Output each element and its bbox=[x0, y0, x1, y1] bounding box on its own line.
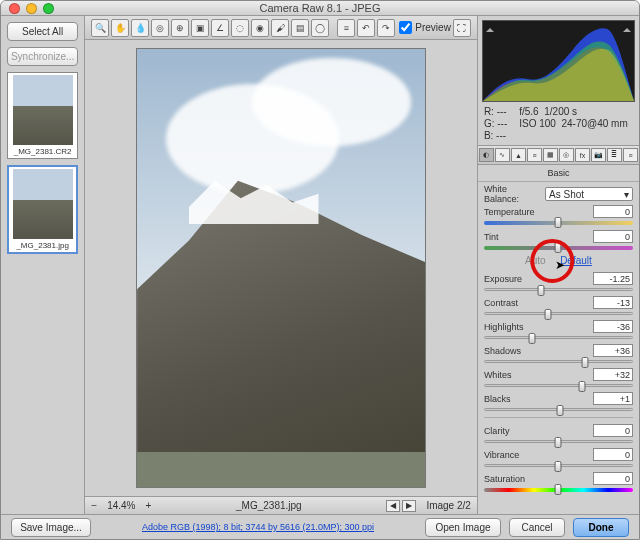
shadows-value[interactable]: +36 bbox=[593, 344, 633, 357]
next-image-icon[interactable]: ▶ bbox=[402, 500, 416, 512]
slider-thumb[interactable] bbox=[555, 461, 562, 472]
select-all-button[interactable]: Select All bbox=[7, 22, 78, 41]
saturation-track[interactable] bbox=[484, 488, 633, 492]
tab-detail-icon[interactable]: ▲ bbox=[511, 148, 526, 162]
status-bar: − 14.4% + _MG_2381.jpg ◀ ▶ Image 2/2 bbox=[85, 496, 477, 514]
shadow-clip-icon[interactable] bbox=[486, 24, 494, 32]
panel-menu-icon[interactable]: ≡ bbox=[623, 148, 638, 162]
exposure-value[interactable]: -1.25 bbox=[593, 272, 633, 285]
highlights-value[interactable]: -36 bbox=[593, 320, 633, 333]
fullscreen-toggle-icon[interactable]: ⛶ bbox=[453, 19, 471, 37]
open-image-button[interactable]: Open Image bbox=[425, 518, 501, 537]
temperature-value[interactable]: 0 bbox=[593, 205, 633, 218]
highlights-track[interactable] bbox=[484, 336, 633, 339]
default-link[interactable]: Default bbox=[554, 255, 598, 266]
workflow-options-link[interactable]: Adobe RGB (1998); 8 bit; 3744 by 5616 (2… bbox=[142, 522, 374, 532]
status-filename: _MG_2381.jpg bbox=[236, 500, 302, 511]
graduated-filter-tool-icon[interactable]: ▤ bbox=[291, 19, 309, 37]
saturation-value[interactable]: 0 bbox=[593, 472, 633, 485]
slider-thumb[interactable] bbox=[537, 285, 544, 296]
histogram[interactable] bbox=[482, 20, 635, 102]
tint-track[interactable] bbox=[484, 246, 633, 250]
blacks-track[interactable] bbox=[484, 408, 633, 411]
tab-basic-icon[interactable]: ◐ bbox=[479, 148, 494, 162]
blacks-value[interactable]: +1 bbox=[593, 392, 633, 405]
bottom-bar: Save Image... Adobe RGB (1998); 8 bit; 3… bbox=[1, 514, 639, 539]
synchronize-button: Synchronize... bbox=[7, 47, 78, 66]
cancel-button[interactable]: Cancel bbox=[509, 518, 565, 537]
thumbnail-image bbox=[13, 169, 73, 239]
rotate-ccw-icon[interactable]: ↶ bbox=[357, 19, 375, 37]
preview-label: Preview bbox=[415, 22, 451, 33]
temperature-track[interactable] bbox=[484, 221, 633, 225]
slider-thumb[interactable] bbox=[555, 437, 562, 448]
tab-lens-icon[interactable]: ◎ bbox=[559, 148, 574, 162]
done-button[interactable]: Done bbox=[573, 518, 629, 537]
white-balance-label: White Balance: bbox=[484, 184, 541, 204]
slider-thumb[interactable] bbox=[555, 242, 562, 253]
panel-title: Basic bbox=[478, 165, 639, 182]
exposure-slider: Exposure-1.25 bbox=[484, 272, 633, 291]
image-preview[interactable] bbox=[136, 48, 426, 488]
thumbnail-2[interactable]: _MG_2381.jpg bbox=[7, 165, 78, 254]
whites-value[interactable]: +32 bbox=[593, 368, 633, 381]
basic-panel-body: White Balance: As Shot ▾ Temperature0 Ti… bbox=[478, 182, 639, 514]
white-balance-tool-icon[interactable]: 💧 bbox=[131, 19, 149, 37]
slider-thumb[interactable] bbox=[528, 333, 535, 344]
vibrance-track[interactable] bbox=[484, 464, 633, 467]
save-image-button[interactable]: Save Image... bbox=[11, 518, 91, 537]
straighten-tool-icon[interactable]: ∠ bbox=[211, 19, 229, 37]
contrast-track[interactable] bbox=[484, 312, 633, 315]
zoom-in-icon[interactable]: + bbox=[146, 500, 152, 511]
prefs-tool-icon[interactable]: ≡ bbox=[337, 19, 355, 37]
crop-tool-icon[interactable]: ▣ bbox=[191, 19, 209, 37]
highlight-clip-icon[interactable] bbox=[623, 24, 631, 32]
thumbnail-1[interactable]: _MG_2381.CR2 bbox=[7, 72, 78, 159]
radial-filter-tool-icon[interactable]: ◯ bbox=[311, 19, 329, 37]
slider-thumb[interactable] bbox=[555, 484, 562, 495]
adjustment-brush-tool-icon[interactable]: 🖌 bbox=[271, 19, 289, 37]
slider-thumb[interactable] bbox=[581, 357, 588, 368]
slider-thumb[interactable] bbox=[555, 217, 562, 228]
target-adjust-tool-icon[interactable]: ⊕ bbox=[171, 19, 189, 37]
contrast-value[interactable]: -13 bbox=[593, 296, 633, 309]
zoom-level[interactable]: 14.4% bbox=[107, 500, 135, 511]
readout-b: B: --- bbox=[484, 130, 507, 141]
redeye-tool-icon[interactable]: ◉ bbox=[251, 19, 269, 37]
tab-curve-icon[interactable]: ∿ bbox=[495, 148, 510, 162]
vibrance-value[interactable]: 0 bbox=[593, 448, 633, 461]
rotate-cw-icon[interactable]: ↷ bbox=[377, 19, 395, 37]
tab-split-icon[interactable]: ▦ bbox=[543, 148, 558, 162]
zoom-tool-icon[interactable]: 🔍 bbox=[91, 19, 109, 37]
tab-camera-icon[interactable]: 📷 bbox=[591, 148, 606, 162]
exposure-track[interactable] bbox=[484, 288, 633, 291]
clarity-value[interactable]: 0 bbox=[593, 424, 633, 437]
clarity-track[interactable] bbox=[484, 440, 633, 443]
whites-track[interactable] bbox=[484, 384, 633, 387]
tab-hsl-icon[interactable]: ≡ bbox=[527, 148, 542, 162]
slider-thumb[interactable] bbox=[578, 381, 585, 392]
slider-thumb[interactable] bbox=[545, 309, 552, 320]
preview-checkbox-input[interactable] bbox=[399, 21, 412, 34]
camera-raw-window: Camera Raw 8.1 - JPEG Select All Synchro… bbox=[0, 0, 640, 540]
center-panel: 🔍 ✋ 💧 ◎ ⊕ ▣ ∠ ◌ ◉ 🖌 ▤ ◯ ≡ ↶ ↷ Preview bbox=[85, 16, 477, 514]
tab-fx-icon[interactable]: fx bbox=[575, 148, 590, 162]
auto-link[interactable]: Auto bbox=[519, 255, 552, 266]
slider-thumb[interactable] bbox=[556, 405, 563, 416]
clarity-slider: Clarity0 bbox=[484, 424, 633, 443]
zoom-out-icon[interactable]: − bbox=[91, 500, 97, 511]
temperature-slider: Temperature0 bbox=[484, 205, 633, 225]
hand-tool-icon[interactable]: ✋ bbox=[111, 19, 129, 37]
preview-checkbox[interactable]: Preview bbox=[399, 21, 451, 34]
blacks-slider: Blacks+1 bbox=[484, 392, 633, 411]
shadows-track[interactable] bbox=[484, 360, 633, 363]
shadows-slider: Shadows+36 bbox=[484, 344, 633, 363]
prev-image-icon[interactable]: ◀ bbox=[386, 500, 400, 512]
tint-value[interactable]: 0 bbox=[593, 230, 633, 243]
color-sampler-tool-icon[interactable]: ◎ bbox=[151, 19, 169, 37]
white-balance-select[interactable]: As Shot ▾ bbox=[545, 187, 633, 201]
spot-removal-tool-icon[interactable]: ◌ bbox=[231, 19, 249, 37]
tab-presets-icon[interactable]: ≣ bbox=[607, 148, 622, 162]
exif-readout: R: --- G: --- B: --- f/5.6 1/200 s ISO 1… bbox=[478, 106, 639, 145]
readout-g: G: --- bbox=[484, 118, 507, 129]
